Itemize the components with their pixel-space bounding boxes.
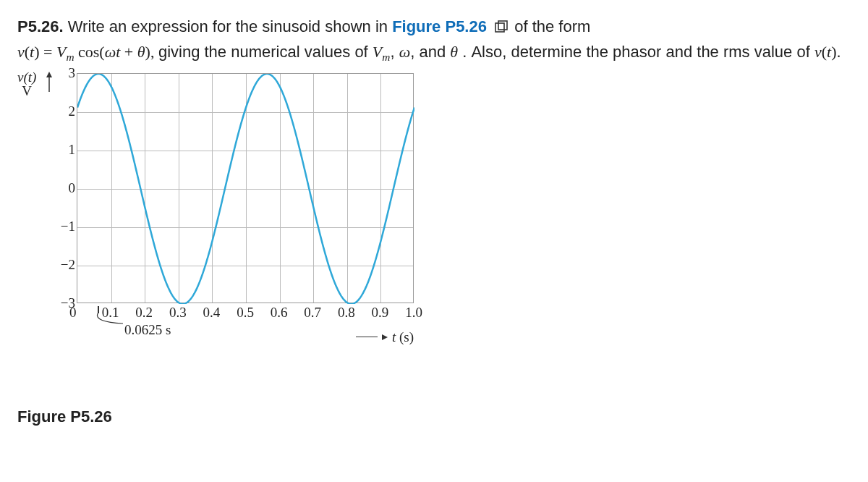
theta: θ <box>450 43 458 61</box>
x-tick-label: 0.3 <box>169 305 187 321</box>
x-tick-label: 0.2 <box>135 305 153 321</box>
y-axis-label: v(t) V <box>17 70 36 98</box>
popup-icon[interactable] <box>494 16 509 40</box>
x-tick-zero: 0 <box>69 305 77 321</box>
text-part1: Write an expression for the sinusoid sho… <box>68 17 392 35</box>
figure: v(t) V 3210−1−2−3 0 0.10.20.30.40.50.60.… <box>17 70 851 426</box>
text-part2: of the form <box>514 17 590 35</box>
omega: ω <box>399 43 411 61</box>
y-tick-label: 3 <box>54 65 75 81</box>
y-tick-label: −2 <box>54 257 75 273</box>
equation: v(t) = Vm cos(ωt + θ), <box>17 43 158 61</box>
annotation-text: 0.0625 s <box>124 322 171 338</box>
annotation-leader <box>87 312 130 326</box>
text-part4: . Also, determine the phasor and the rms… <box>462 43 814 61</box>
arrow-right-icon <box>356 337 378 337</box>
x-tick-label: 0.9 <box>372 305 389 321</box>
x-tick-label: 0.8 <box>338 305 355 321</box>
problem-id: P5.26. <box>17 17 64 35</box>
y-ticks: 3210−1−2−3 <box>54 73 75 303</box>
figure-caption: Figure P5.26 <box>17 407 851 426</box>
svg-marker-3 <box>46 72 52 77</box>
y-tick-label: 1 <box>54 142 75 158</box>
x-tick-label: 0.7 <box>304 305 321 321</box>
figure-link[interactable]: Figure P5.26 <box>392 17 514 35</box>
svg-rect-1 <box>498 21 507 30</box>
plot-area <box>77 73 414 303</box>
Vm: Vm <box>373 43 391 61</box>
y-tick-label: 2 <box>54 103 75 119</box>
svg-rect-0 <box>495 23 504 32</box>
y-tick-label: −1 <box>54 219 75 234</box>
vt: v(t) <box>814 43 837 61</box>
x-tick-label: 0.5 <box>237 305 254 321</box>
x-tick-label: 1.0 <box>405 305 422 321</box>
x-tick-label: 0.4 <box>203 305 221 321</box>
y-tick-label: 0 <box>54 180 75 196</box>
chart: v(t) V 3210−1−2−3 0 0.10.20.30.40.50.60.… <box>17 70 451 381</box>
x-axis-label: t (s) <box>392 329 414 345</box>
x-tick-label: 0.6 <box>271 305 288 321</box>
arrow-up-icon <box>45 72 54 93</box>
x-axis-arrow: t (s) <box>356 329 414 345</box>
text-part3: giving the numerical values of <box>158 43 373 61</box>
problem-statement: P5.26. Write an expression for the sinus… <box>17 14 851 66</box>
